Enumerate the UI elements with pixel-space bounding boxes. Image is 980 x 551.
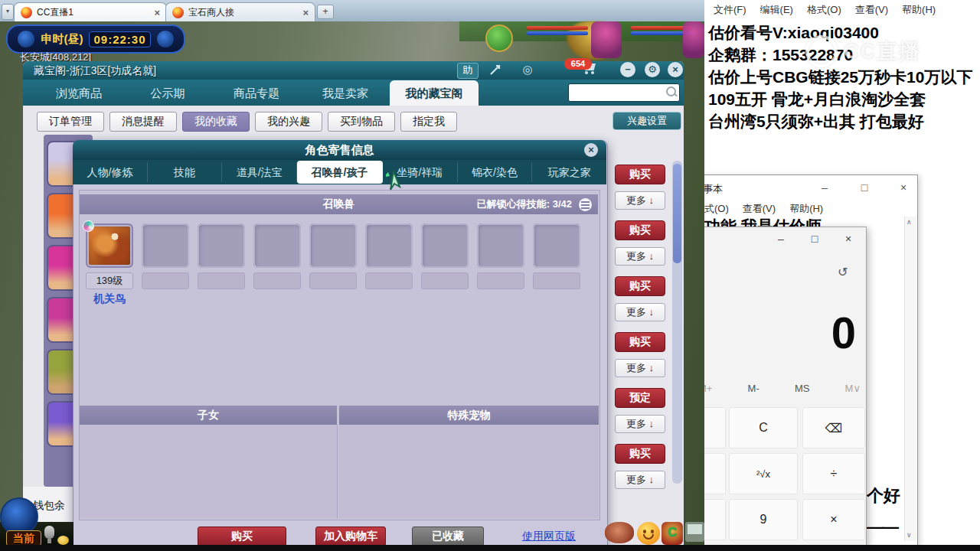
- tab-scroll-button[interactable]: ▾: [2, 4, 14, 20]
- help-button[interactable]: 助: [457, 63, 479, 79]
- notepad1-menu-item[interactable]: 格式(O): [807, 3, 841, 17]
- calculator-key[interactable]: 9: [729, 499, 798, 540]
- favorited-button[interactable]: 已收藏: [412, 527, 484, 546]
- close-tab-icon[interactable]: ×: [302, 7, 309, 18]
- more-button[interactable]: 更多 ↓: [615, 359, 665, 377]
- pet-slot-image[interactable]: [86, 223, 133, 268]
- calculator-key[interactable]: ×: [802, 499, 865, 540]
- sub-tab-button[interactable]: 我的收藏: [182, 112, 250, 132]
- close-icon[interactable]: ×: [831, 228, 865, 249]
- sub-tab-button[interactable]: 我的兴趣: [255, 112, 322, 132]
- buy-button[interactable]: 预定: [615, 388, 665, 408]
- notepad2-menu-item[interactable]: 查看(V): [743, 202, 776, 216]
- sub-tab-button[interactable]: 指定我: [400, 112, 457, 132]
- buy-button[interactable]: 购买: [198, 527, 286, 546]
- scrollbar-thumb[interactable]: [673, 164, 681, 263]
- notepad1-menu-item[interactable]: 查看(V): [855, 3, 888, 17]
- pet-slot[interactable]: [142, 223, 189, 306]
- notepad1-menu-item[interactable]: 文件(F): [714, 3, 746, 17]
- nav-tab[interactable]: 我是卖家: [301, 80, 390, 106]
- list-icon[interactable]: [579, 198, 592, 211]
- add-to-cart-button[interactable]: 加入购物车: [315, 527, 386, 546]
- dialog-tab[interactable]: 道具/法宝: [222, 162, 297, 182]
- search-input[interactable]: [571, 85, 665, 100]
- minimize-icon[interactable]: –: [813, 179, 836, 196]
- pet-slot-image[interactable]: [365, 223, 413, 268]
- sub-tab-button[interactable]: 订单管理: [37, 112, 104, 132]
- close-icon[interactable]: ×: [668, 62, 683, 77]
- notepad2-menu-item[interactable]: 帮助(H): [789, 202, 823, 216]
- share-icon[interactable]: [485, 62, 505, 77]
- new-tab-button[interactable]: +: [317, 5, 334, 19]
- system-monitor-icon[interactable]: [685, 522, 704, 542]
- nav-tab[interactable]: 我的藏宝阁: [390, 80, 479, 106]
- memory-button[interactable]: M∨: [845, 383, 861, 394]
- buy-button[interactable]: 购买: [615, 332, 665, 352]
- notepad1-menu-item[interactable]: 帮助(H): [902, 3, 936, 17]
- pet-slot-image[interactable]: [309, 223, 357, 268]
- dialog-tab[interactable]: 锦衣/染色: [458, 162, 533, 182]
- minimize-icon[interactable]: –: [764, 228, 798, 249]
- more-button[interactable]: 更多 ↓: [615, 247, 665, 266]
- pet-slot[interactable]: [533, 223, 580, 306]
- friends-smiley-icon[interactable]: [637, 522, 660, 545]
- calculator-key[interactable]: C: [729, 407, 798, 448]
- pet-slot-image[interactable]: [253, 223, 301, 268]
- calculator-key[interactable]: ²√x: [729, 453, 798, 494]
- more-button[interactable]: 更多 ↓: [615, 471, 665, 489]
- pet-slot[interactable]: 139级 机关鸟: [86, 223, 133, 306]
- search-icon[interactable]: [666, 86, 676, 96]
- pet-slot[interactable]: [421, 223, 469, 306]
- browser-tab-gem-merchant[interactable]: 宝石商人接 ×: [165, 2, 315, 21]
- sub-tab-button[interactable]: 消息提醒: [109, 112, 177, 132]
- cc-bell-icon[interactable]: C: [662, 522, 683, 545]
- close-icon[interactable]: ×: [584, 143, 598, 157]
- pet-slot-image[interactable]: [198, 223, 245, 268]
- memory-button[interactable]: M-: [748, 383, 760, 394]
- buy-button[interactable]: 购买: [615, 220, 665, 240]
- web-version-link[interactable]: 使用网页版: [522, 530, 576, 543]
- dialog-tab[interactable]: 人物/修炼: [73, 162, 148, 182]
- nav-tab[interactable]: 商品专题: [212, 80, 301, 106]
- pet-slot-image[interactable]: [142, 223, 189, 268]
- maximize-icon[interactable]: □: [798, 228, 831, 249]
- microphone-icon[interactable]: [44, 526, 54, 539]
- trade-handshake-icon[interactable]: [605, 522, 634, 543]
- notepad2-scrollbar[interactable]: [904, 217, 916, 541]
- pet-name-label[interactable]: 机关鸟: [93, 292, 126, 306]
- scroll-up-icon[interactable]: ∧: [906, 218, 912, 226]
- pet-slot-image[interactable]: [477, 223, 524, 268]
- interest-settings-button[interactable]: 兴趣设置: [612, 112, 681, 130]
- pet-slot[interactable]: [309, 223, 357, 306]
- buy-button[interactable]: 购买: [615, 444, 665, 464]
- notepad1-menu-item[interactable]: 编辑(E): [760, 3, 793, 17]
- memory-button[interactable]: MS: [795, 383, 810, 394]
- pet-slot-image[interactable]: [533, 223, 580, 268]
- pet-slot[interactable]: [477, 223, 524, 306]
- nav-tab[interactable]: 公示期: [123, 80, 212, 106]
- calculator-key[interactable]: ⌫: [802, 407, 865, 448]
- more-button[interactable]: 更多 ↓: [615, 191, 665, 210]
- pet-slot-image[interactable]: [421, 223, 469, 268]
- minimize-icon[interactable]: −: [620, 62, 635, 77]
- more-button[interactable]: 更多 ↓: [615, 303, 665, 321]
- calculator-key[interactable]: ÷: [802, 453, 865, 494]
- history-icon[interactable]: ↺: [838, 265, 848, 279]
- scroll-down-icon[interactable]: ∨: [906, 531, 912, 539]
- gear-icon[interactable]: ⚙: [645, 62, 660, 77]
- sub-tab-button[interactable]: 买到物品: [328, 112, 395, 132]
- party-member-avatar[interactable]: [485, 24, 513, 52]
- nav-tab[interactable]: 浏览商品: [34, 80, 123, 106]
- dialog-tab[interactable]: 召唤兽/孩子: [297, 161, 383, 184]
- close-tab-icon[interactable]: ×: [154, 7, 160, 18]
- pet-slot[interactable]: [253, 223, 301, 306]
- pet-slot[interactable]: [365, 223, 413, 306]
- close-icon[interactable]: ×: [892, 179, 915, 196]
- dialog-tab[interactable]: 玩家之家: [532, 162, 606, 182]
- pet-slot[interactable]: [198, 223, 245, 306]
- current-channel-badge[interactable]: 当前: [6, 530, 41, 546]
- dialog-tab[interactable]: 技能: [148, 162, 223, 182]
- buy-button[interactable]: 购买: [615, 276, 665, 296]
- browser-tab-cc-live[interactable]: CC直播1 ×: [14, 2, 167, 21]
- coin-circle-icon[interactable]: ◎: [518, 62, 537, 77]
